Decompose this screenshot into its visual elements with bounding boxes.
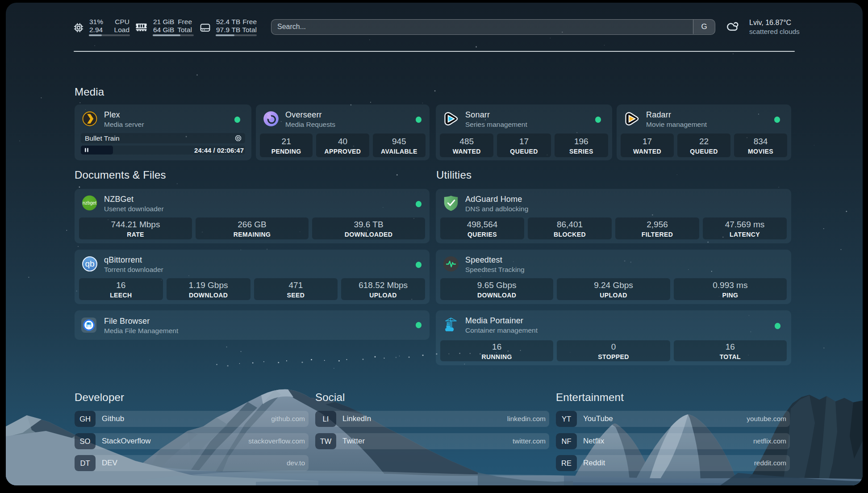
svg-text:nzbget: nzbget: [83, 201, 96, 205]
svg-text:qb: qb: [85, 259, 94, 268]
